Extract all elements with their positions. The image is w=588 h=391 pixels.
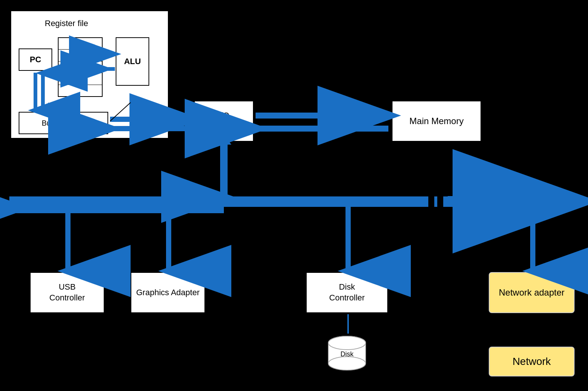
- svg-text:Disk: Disk: [341, 350, 354, 358]
- graphics-adapter-label: Graphics Adapter: [136, 287, 200, 298]
- register-file-label: Register file: [45, 19, 88, 28]
- bus-interface-box: Bus interface: [19, 112, 108, 134]
- network-adapter-label: Network adapter: [499, 287, 564, 298]
- svg-rect-26: [9, 196, 578, 207]
- register-row: [59, 73, 102, 85]
- disk-controller-label: DiskController: [329, 282, 365, 303]
- svg-point-5: [328, 336, 366, 350]
- disk-controller-box: DiskController: [306, 272, 388, 313]
- svg-rect-27: [428, 195, 434, 209]
- register-row: [59, 62, 102, 73]
- io-bridge-box: I/Obridge: [194, 101, 254, 142]
- network-adapter-box: Network adapter: [489, 272, 575, 313]
- usb-controller-box: USBController: [30, 272, 104, 313]
- svg-rect-30: [220, 142, 228, 196]
- io-bridge-label: I/Obridge: [212, 110, 235, 132]
- diagram: Register file PC ALU Bus interface I/Obr…: [0, 0, 588, 391]
- disk-icon: Disk: [325, 335, 369, 373]
- register-row: [59, 50, 102, 61]
- network-box: Network: [489, 347, 575, 376]
- alu-box: ALU: [116, 37, 149, 86]
- main-memory-label: Main Memory: [409, 116, 463, 126]
- register-row: [59, 85, 102, 96]
- usb-controller-label: USBController: [49, 282, 85, 303]
- pc-box: PC: [19, 48, 52, 71]
- register-row: [59, 38, 102, 50]
- network-label: Network: [513, 356, 551, 368]
- pc-label: PC: [30, 55, 41, 64]
- alu-label: ALU: [124, 57, 141, 66]
- svg-rect-28: [437, 195, 443, 209]
- register-grid: [58, 37, 103, 97]
- main-memory-box: Main Memory: [392, 101, 481, 142]
- svg-point-4: [328, 357, 366, 370]
- graphics-adapter-box: Graphics Adapter: [131, 272, 205, 313]
- bus-interface-label: Bus interface: [42, 119, 85, 127]
